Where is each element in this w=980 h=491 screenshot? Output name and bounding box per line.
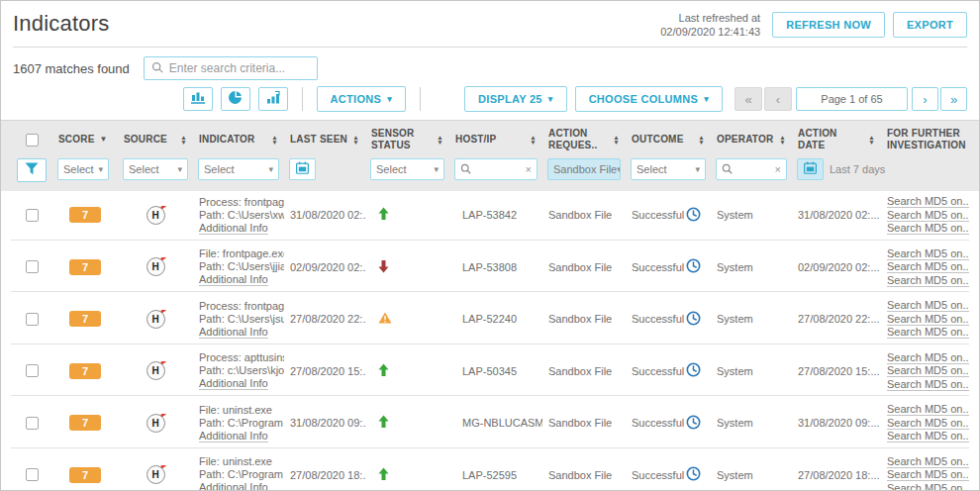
- actions-button[interactable]: ACTIONS ▾: [317, 86, 406, 112]
- additional-info-link[interactable]: Additional Info: [199, 326, 268, 339]
- host-ip-link[interactable]: LAP-52595: [462, 469, 517, 481]
- search-md5-link[interactable]: Search MD5 on...: [887, 313, 969, 326]
- previous-page-button[interactable]: ‹: [764, 87, 792, 111]
- search-md5-link[interactable]: Search MD5 on...: [887, 378, 969, 391]
- row-checkbox[interactable]: [26, 364, 39, 377]
- row-checkbox[interactable]: [26, 313, 39, 326]
- clock-icon[interactable]: [686, 258, 701, 275]
- search-md5-link[interactable]: Search MD5 on...: [887, 274, 969, 287]
- additional-info-link[interactable]: Additional Info: [199, 377, 268, 390]
- search-md5-link[interactable]: Search MD5 on...: [887, 195, 969, 208]
- caret-down-icon: ▾: [617, 164, 621, 174]
- score-badge[interactable]: 7: [69, 363, 101, 379]
- search-icon: [722, 160, 733, 178]
- export-button[interactable]: EXPORT: [893, 12, 967, 38]
- search-md5-link[interactable]: Search MD5 on...: [887, 417, 969, 430]
- last-seen-date-filter[interactable]: [289, 158, 316, 180]
- clock-icon[interactable]: [686, 207, 701, 224]
- column-header-last-seen[interactable]: LAST SEEN ▲▼: [284, 134, 365, 146]
- additional-info-link[interactable]: Additional Info: [199, 481, 268, 491]
- clock-icon[interactable]: [686, 466, 701, 483]
- search-md5-link[interactable]: Search MD5 on...: [887, 209, 969, 222]
- next-page-button[interactable]: ›: [912, 87, 938, 111]
- search-box[interactable]: [144, 56, 318, 80]
- search-md5-link[interactable]: Search MD5 on...: [887, 299, 969, 312]
- column-header-score[interactable]: SCORE ▼: [52, 134, 118, 146]
- clock-icon[interactable]: [686, 415, 701, 432]
- column-header-action-date[interactable]: ACTION DATE ▲▼: [792, 128, 881, 151]
- score-badge[interactable]: 7: [69, 311, 101, 327]
- score-badge[interactable]: 7: [69, 259, 101, 275]
- clear-icon[interactable]: ×: [526, 163, 532, 175]
- clock-icon[interactable]: [686, 311, 701, 328]
- clock-icon[interactable]: [686, 362, 701, 379]
- search-md5-link[interactable]: Search MD5 on...: [887, 247, 969, 260]
- pie-chart-view-button[interactable]: [221, 87, 250, 111]
- column-header-action-requested[interactable]: ACTION REQUES.. ▲▼: [542, 128, 626, 151]
- column-header-host-ip[interactable]: HOST/IP ▲▼: [449, 134, 542, 146]
- search-md5-link[interactable]: Search MD5 on...: [887, 430, 969, 442]
- operator-filter-input[interactable]: ×: [716, 158, 787, 180]
- search-md5-link[interactable]: Search MD5 on...: [887, 351, 969, 364]
- additional-info-link[interactable]: Additional Info: [199, 222, 268, 235]
- bar-chart-view-button[interactable]: [183, 87, 213, 111]
- sort-icon: ▲▼: [437, 135, 443, 145]
- host-ip-filter-input[interactable]: ×: [454, 158, 538, 180]
- search-md5-link[interactable]: Search MD5 on...: [887, 468, 969, 481]
- last-seen-cell: 31/08/2020 09:...: [284, 417, 365, 429]
- choose-columns-button[interactable]: CHOOSE COLUMNS ▾: [575, 86, 723, 112]
- additional-info-link[interactable]: Additional Info: [199, 430, 268, 442]
- indicator-filter-select[interactable]: Select ▾: [198, 158, 279, 180]
- column-header-sensor-status[interactable]: SENSOR STATUS ▲▼: [365, 128, 449, 151]
- row-checkbox[interactable]: [26, 417, 39, 430]
- action-requested-filter-select[interactable]: Sandbox File ▾: [547, 158, 621, 180]
- sensor-status-cell: [365, 467, 449, 483]
- sort-icon: ▲▼: [530, 135, 537, 145]
- search-md5-link[interactable]: Search MD5 on...: [887, 455, 969, 468]
- search-md5-link[interactable]: Search MD5 on...: [887, 482, 969, 491]
- refresh-now-button[interactable]: REFRESH NOW: [772, 12, 885, 38]
- search-md5-link[interactable]: Search MD5 on...: [887, 403, 969, 416]
- search-md5-link[interactable]: Search MD5 on...: [887, 260, 969, 273]
- select-all-checkbox[interactable]: [26, 134, 39, 147]
- column-chart-view-button[interactable]: [258, 87, 288, 111]
- indicator-line1: Process: apttusinsta: [199, 351, 278, 364]
- column-header-operator[interactable]: OPERATOR ▲▼: [711, 134, 792, 146]
- host-ip-link[interactable]: LAP-52240: [462, 313, 517, 325]
- filter-button[interactable]: [17, 158, 47, 182]
- row-checkbox[interactable]: [26, 260, 39, 273]
- search-md5-link[interactable]: Search MD5 on...: [887, 326, 969, 339]
- source-h-logo-icon: H: [147, 257, 165, 276]
- source-filter-select[interactable]: Select ▾: [123, 158, 188, 180]
- column-header-outcome[interactable]: OUTCOME ▲▼: [626, 134, 711, 146]
- toolbar: ACTIONS ▾ DISPLAY 25 ▾ CHOOSE COLUMNS ▾ …: [1, 80, 979, 120]
- host-ip-link[interactable]: LAP-53808: [462, 261, 517, 273]
- host-ip-link[interactable]: LAP-53842: [462, 209, 517, 221]
- source-h-logo-icon: H: [147, 361, 165, 380]
- score-badge[interactable]: 7: [69, 207, 101, 223]
- host-ip-link[interactable]: MG-NBLUCASMP: [462, 417, 542, 429]
- search-input[interactable]: [169, 61, 310, 75]
- caret-down-icon: ▾: [387, 94, 392, 104]
- column-header-indicator[interactable]: INDICATOR ▲▼: [193, 134, 284, 146]
- score-badge[interactable]: 7: [69, 415, 101, 431]
- last-page-button[interactable]: »: [940, 87, 967, 111]
- search-md5-link[interactable]: Search MD5 on...: [887, 364, 969, 377]
- sensor-status-filter-select[interactable]: Select ▾: [370, 158, 444, 180]
- first-page-button[interactable]: «: [735, 87, 762, 111]
- row-checkbox[interactable]: [26, 209, 39, 222]
- outcome-cell: Successful: [626, 258, 711, 275]
- action-date-filter[interactable]: [797, 158, 824, 180]
- table-row: 7 H File: uninst.exe Path: C:\Program Fi…: [11, 399, 969, 448]
- score-badge[interactable]: 7: [69, 467, 101, 483]
- additional-info-link[interactable]: Additional Info: [199, 273, 268, 286]
- clear-icon[interactable]: ×: [775, 163, 781, 175]
- column-header-source[interactable]: SOURCE ▲▼: [118, 134, 193, 146]
- display-count-button[interactable]: DISPLAY 25 ▾: [464, 86, 567, 112]
- host-ip-link[interactable]: LAP-50345: [462, 365, 517, 377]
- score-filter-select[interactable]: Select ▾: [57, 158, 109, 180]
- outcome-filter-select[interactable]: Select ▾: [631, 158, 706, 180]
- table-row: 7 H File: uninst.exe Path: C:\Program Fi…: [11, 451, 969, 491]
- row-checkbox[interactable]: [26, 468, 39, 481]
- search-md5-link[interactable]: Search MD5 on...: [887, 222, 969, 235]
